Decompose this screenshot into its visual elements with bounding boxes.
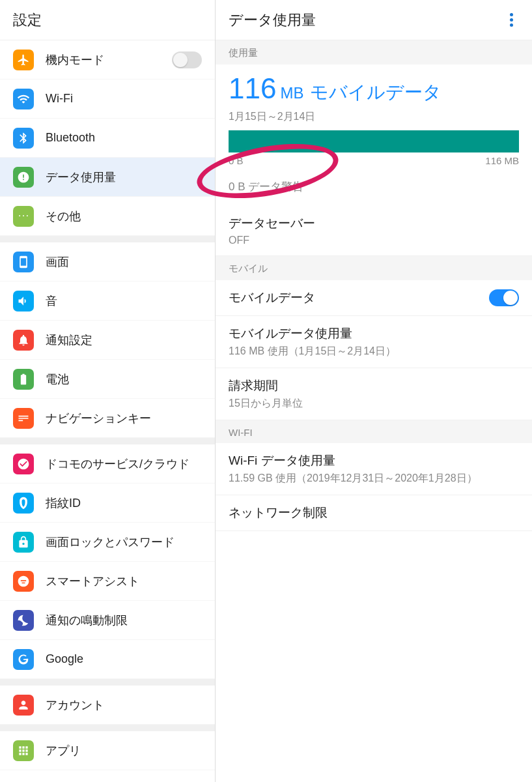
sidebar-item-other[interactable]: その他	[0, 197, 215, 236]
more-icon[interactable]	[503, 12, 519, 28]
wifi-usage-sub: 11.59 GB 使用（2019年12月31日～2020年1月28日）	[229, 472, 519, 485]
settings-header: 設定	[0, 0, 215, 40]
usage-main: 116MB モバイルデータ	[229, 72, 519, 105]
usage-bar-labels: 0 B 116 MB	[229, 155, 519, 166]
wifi-icon	[13, 89, 34, 109]
sidebar-item-label: 音	[46, 293, 202, 309]
sidebar-item-bluetooth[interactable]: Bluetooth	[0, 119, 215, 158]
sidebar-item-google[interactable]: Google	[0, 640, 215, 679]
sidebar-item-account[interactable]: アカウント	[0, 686, 215, 725]
sidebar-item-label: Wi-Fi	[46, 92, 202, 106]
sidebar-item-navkey[interactable]: ナビゲーションキー	[0, 399, 215, 438]
display-icon	[13, 252, 34, 272]
data-saver-title: データセーバー	[229, 215, 519, 232]
sidebar-item-smart[interactable]: スマートアシスト	[0, 562, 215, 601]
airplane-icon	[13, 50, 34, 70]
data-saver-sub: OFF	[229, 235, 519, 246]
row-data-saver[interactable]: データセーバー OFF	[216, 206, 532, 256]
bar-right: 116 MB	[485, 155, 519, 166]
dnd-icon	[13, 610, 34, 631]
sidebar-item-display[interactable]: 画面	[0, 242, 215, 282]
navkey-icon	[13, 408, 34, 429]
usage-range: 1月15日～2月14日	[229, 110, 519, 124]
sidebar-item-notify[interactable]: 通知設定	[0, 321, 215, 360]
sound-icon	[13, 291, 34, 311]
sidebar-item-label: アカウント	[46, 697, 202, 713]
sidebar-item-label: ナビゲーションキー	[46, 411, 202, 426]
airplane-toggle[interactable]	[172, 51, 202, 68]
network-restrict-title: ネットワーク制限	[229, 504, 519, 521]
notify-icon	[13, 330, 34, 351]
section-wifi-header: WI-FI	[216, 420, 532, 443]
other-icon	[13, 206, 34, 227]
sidebar-item-finger[interactable]: 指紋ID	[0, 484, 215, 523]
bar-left: 0 B	[229, 155, 244, 166]
sidebar-item-lock[interactable]: 画面ロックとパスワード	[0, 523, 215, 562]
sidebar-item-label: 通知の鳴動制限	[46, 613, 202, 628]
usage-bar	[229, 130, 519, 152]
wifi-usage-title: Wi-Fi データ使用量	[229, 452, 519, 469]
smart-icon	[13, 571, 34, 592]
row-wifi-usage[interactable]: Wi-Fi データ使用量 11.59 GB 使用（2019年12月31日～202…	[216, 443, 532, 495]
row-mobile-usage[interactable]: モバイルデータ使用量 116 MB 使用（1月15日～2月14日）	[216, 316, 532, 368]
data-icon	[13, 167, 34, 188]
sidebar-item-label: ドコモのサービス/クラウド	[46, 456, 202, 472]
sidebar-item-label: 電池	[46, 371, 202, 387]
docomo-icon	[13, 454, 34, 474]
mobile-data-title: モバイルデータ	[229, 289, 489, 306]
section-mobile-header: モバイル	[216, 256, 532, 280]
sidebar-item-sound[interactable]: 音	[0, 282, 215, 321]
sidebar-item-label: 画面ロックとパスワード	[46, 534, 202, 550]
usage-unit: MB	[280, 84, 303, 102]
battery-icon	[13, 369, 34, 390]
detail-header: データ使用量	[216, 0, 532, 40]
sidebar-item-data[interactable]: データ使用量	[0, 158, 215, 197]
sidebar-item-dnd[interactable]: 通知の鳴動制限	[0, 601, 215, 640]
sidebar-item-battery[interactable]: 電池	[0, 360, 215, 399]
mobile-usage-sub: 116 MB 使用（1月15日～2月14日）	[229, 345, 519, 358]
sidebar-item-label: スマートアシスト	[46, 573, 202, 589]
billing-title: 請求期間	[229, 377, 519, 394]
bluetooth-icon	[13, 128, 34, 149]
usage-amount: 116	[229, 72, 276, 105]
row-network-restrict[interactable]: ネットワーク制限	[216, 495, 532, 531]
settings-title: 設定	[13, 10, 42, 30]
account-icon	[13, 695, 34, 716]
sidebar-item-label: Bluetooth	[46, 131, 202, 145]
sidebar-item-label: 機内モード	[46, 52, 172, 68]
separator	[0, 236, 215, 242]
lock-icon	[13, 532, 34, 553]
row-mobile-data[interactable]: モバイルデータ	[216, 280, 532, 316]
mobile-usage-title: モバイルデータ使用量	[229, 325, 519, 342]
section-usage-header: 使用量	[216, 40, 532, 65]
sidebar-item-label: 指紋ID	[46, 495, 202, 511]
sidebar-item-label: データ使用量	[46, 169, 202, 185]
sidebar-item-label: アプリ	[46, 743, 202, 759]
sidebar-item-wifi[interactable]: Wi-Fi	[0, 80, 215, 119]
separator	[0, 438, 215, 444]
sidebar-item-label: 画面	[46, 254, 202, 270]
mobile-data-toggle[interactable]	[489, 289, 519, 306]
separator	[0, 725, 215, 731]
sidebar-item-label: Google	[46, 652, 202, 666]
row-billing[interactable]: 請求期間 15日から月単位	[216, 368, 532, 420]
data-warning: 0 B データ警告	[229, 179, 519, 194]
sidebar-item-label: 通知設定	[46, 332, 202, 348]
sidebar-item-apps[interactable]: アプリ	[0, 731, 215, 770]
usage-block[interactable]: 116MB モバイルデータ 1月15日～2月14日 0 B 116 MB 0 B…	[216, 65, 532, 206]
separator	[0, 679, 215, 686]
detail-title: データ使用量	[229, 10, 316, 30]
usage-label: モバイルデータ	[310, 80, 441, 105]
billing-sub: 15日から月単位	[229, 397, 519, 411]
settings-list: 機内モードWi-FiBluetoothデータ使用量その他画面音通知設定電池ナビゲ…	[0, 40, 215, 782]
sidebar-item-label: その他	[46, 209, 202, 224]
sidebar-item-airplane[interactable]: 機内モード	[0, 40, 215, 80]
google-icon	[13, 649, 34, 670]
apps-icon	[13, 740, 34, 761]
finger-icon	[13, 493, 34, 514]
sidebar-item-docomo[interactable]: ドコモのサービス/クラウド	[0, 444, 215, 484]
